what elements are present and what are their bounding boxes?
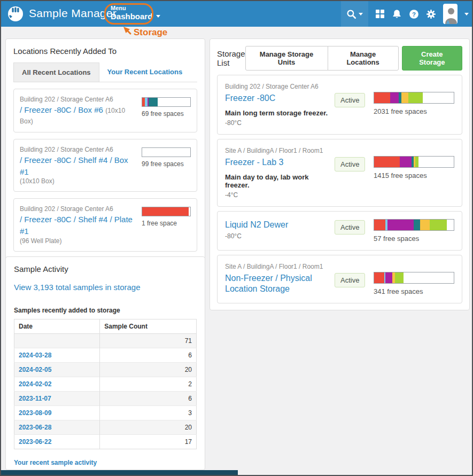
table-row: 2023-06-2217	[14, 435, 197, 449]
date-link[interactable]: 2024-02-05	[19, 366, 51, 373]
apps-grid-button[interactable]	[375, 9, 385, 19]
locations-tabs: All Recent Locations Your Recent Locatio…	[13, 63, 197, 82]
user-avatar[interactable]	[443, 4, 458, 24]
your-recent-sample-activity-link[interactable]: Your recent sample activity	[14, 459, 97, 466]
storage-title-link[interactable]: Freezer - Lab 3	[225, 157, 335, 168]
capacity-bar-segment	[374, 220, 385, 230]
capacity-bar	[374, 219, 454, 231]
capacity-bar-segment	[374, 157, 400, 167]
app-logo-icon	[7, 6, 24, 22]
locations-recently-added-panel: Locations Recently Added To All Recent L…	[5, 38, 205, 286]
date-link[interactable]: 2023-06-22	[19, 438, 51, 446]
capacity-bar-segment	[387, 220, 414, 230]
free-spaces-label: 69 free spaces	[142, 110, 191, 118]
chevron-down-icon	[156, 15, 160, 18]
tab-all-recent-locations[interactable]: All Recent Locations	[13, 63, 99, 82]
tab-your-recent-locations[interactable]: Your Recent Locations	[99, 63, 191, 82]
sample-count-value: 6	[100, 348, 197, 363]
help-button[interactable]: ?	[409, 9, 419, 19]
capacity-bar-segment	[401, 92, 408, 103]
bottom-bar	[1, 470, 238, 475]
date-link[interactable]: 2023-11-07	[19, 395, 51, 402]
capacity-bar-segment	[430, 220, 446, 230]
menu-label: Menu	[111, 4, 160, 12]
storage-temperature: -80°C	[225, 232, 335, 240]
capacity-bar-segment	[149, 98, 158, 106]
sample-count-value: 20	[100, 420, 197, 435]
storage-card: Site A / BuildingA / Floor1 / Room1 Non-…	[217, 255, 462, 303]
breadcrumb: Building 202 / Storage Center A6	[20, 145, 136, 154]
sample-count-value: 20	[100, 363, 197, 377]
location-card: Building 202 / Storage Center A6 / Freez…	[13, 198, 197, 252]
capacity-bar-segment	[374, 272, 384, 283]
date-link[interactable]: 2023-08-09	[19, 409, 51, 417]
storage-title-link[interactable]: Liquid N2 Dewer	[225, 220, 335, 231]
capacity-bar	[374, 272, 454, 284]
sample-count-value: 2	[100, 377, 197, 392]
notifications-button[interactable]	[392, 9, 402, 19]
capacity-bar-segment	[415, 157, 418, 167]
app-title: Sample Manager	[29, 7, 117, 20]
table-row: 2024-02-0520	[14, 363, 197, 377]
free-spaces-label: 2031 free spaces	[374, 107, 454, 115]
storage-description: Main long term storage freezer.	[225, 109, 335, 117]
panel-title: Sample Activity	[14, 264, 197, 274]
apps-grid-icon	[375, 9, 385, 19]
status-badge: Active	[335, 157, 365, 171]
storage-title-link[interactable]: Freezer -80C	[225, 93, 335, 104]
capacity-bar-segment	[390, 92, 399, 103]
storage-title-link[interactable]: Non-Freezer / Physical Location Storage	[225, 273, 335, 295]
menu-dropdown[interactable]: Menu Dashboard	[111, 4, 160, 21]
menu-current-page: Dashboard	[111, 12, 152, 21]
capacity-bar	[142, 97, 191, 107]
capacity-bar-segment	[420, 220, 430, 230]
view-total-samples-link[interactable]: View 3,193 total samples in storage	[14, 283, 141, 292]
table-row: 71	[14, 334, 197, 348]
box-type-label: (10x10 Box)	[20, 177, 136, 185]
search-icon	[346, 9, 356, 19]
annotation-label: Storage	[134, 27, 167, 38]
breadcrumb: Building 202 / Storage Center A6	[225, 82, 335, 91]
chevron-down-icon	[359, 13, 363, 15]
sample-count-value: 17	[100, 435, 197, 449]
capacity-bar-segment	[395, 272, 404, 283]
free-spaces-label: 57 free spaces	[374, 235, 454, 243]
table-row: 2024-03-286	[14, 348, 197, 363]
settings-button[interactable]	[426, 9, 436, 19]
status-badge: Active	[335, 93, 365, 107]
app-window: Sample Manager Menu Dashboard	[0, 0, 473, 476]
storage-card: Site A / BuildingA / Floor1 / Room1 Free…	[217, 139, 462, 207]
free-spaces-label: 99 free spaces	[142, 160, 191, 168]
annotation-arrow-icon	[123, 26, 133, 36]
date-link[interactable]: 2024-03-28	[19, 352, 51, 359]
annotation: Storage	[123, 26, 167, 38]
date-link[interactable]: 2024-02-02	[19, 380, 51, 388]
capacity-bar-segment	[408, 92, 423, 103]
create-storage-button[interactable]: Create Storage	[402, 46, 462, 71]
manage-locations-button[interactable]: Manage Locations	[328, 46, 399, 71]
storage-card: Liquid N2 Dewer -80°C Active 57 free spa…	[217, 211, 462, 251]
capacity-bar	[142, 147, 191, 157]
capacity-bar-segment	[142, 207, 189, 216]
breadcrumb: Building 202 / Storage Center A6	[20, 95, 136, 104]
table-row: 2023-08-093	[14, 406, 197, 420]
chevron-down-icon	[464, 13, 469, 15]
manage-storage-units-button[interactable]: Manage Storage Units	[245, 46, 328, 71]
storage-temperature: -80°C	[225, 119, 335, 127]
sample-activity-panel: Sample Activity View 3,193 total samples…	[5, 256, 205, 470]
capacity-bar	[142, 207, 191, 216]
search-button[interactable]	[341, 1, 368, 27]
table-row: 2023-06-2820	[14, 420, 197, 435]
svg-text:?: ?	[412, 11, 416, 17]
date-link[interactable]: 2023-06-28	[19, 424, 51, 431]
storage-description: Main day to day, lab work freezer.	[225, 173, 335, 189]
location-link[interactable]: / Freezer -80C / Box #6	[20, 105, 103, 114]
column-header-sample-count: Sample Count	[100, 319, 197, 334]
location-link[interactable]: / Freezer -80C / Shelf #4 / Plate #1	[20, 215, 133, 236]
status-badge: Active	[335, 273, 365, 287]
capacity-bar-segment	[385, 272, 392, 283]
breadcrumb: Building 202 / Storage Center A6	[20, 204, 136, 214]
storage-list-panel: Storage List Manage Storage Units Manage…	[210, 38, 470, 310]
location-link[interactable]: / Freezer -80C / Shelf #4 / Box #1	[20, 155, 128, 176]
gear-icon	[426, 9, 436, 19]
